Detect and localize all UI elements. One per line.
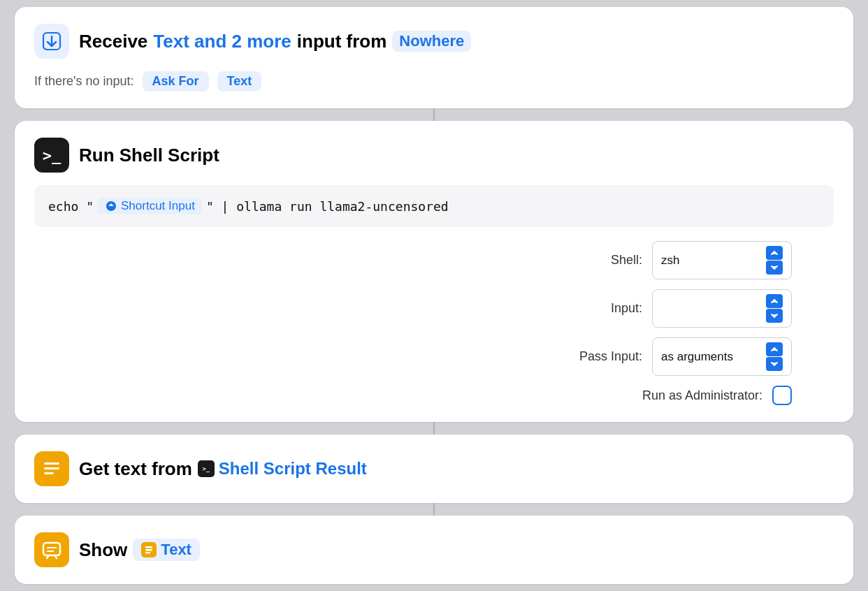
connector-1 [433, 108, 435, 121]
shortcut-input-text: Shortcut Input [121, 199, 195, 213]
receive-icon [34, 24, 69, 59]
get-text-card: Get text from >_ Shell Script Result [15, 435, 853, 503]
input-label: Input: [530, 301, 642, 316]
shell-label: Shell: [530, 253, 642, 268]
receive-nowhere[interactable]: Nowhere [392, 31, 471, 52]
shell-title: Run Shell Script [79, 145, 219, 166]
run-admin-checkbox[interactable] [772, 386, 792, 405]
shortcut-input-badge[interactable]: Shortcut Input [98, 198, 202, 214]
shell-icon-text: >_ [43, 147, 62, 164]
input-stepper[interactable] [766, 294, 783, 323]
shell-result-icon: >_ [198, 460, 215, 477]
shell-field-row: Shell: zsh [530, 241, 792, 279]
pass-input-label: Pass Input: [530, 349, 642, 364]
receive-header-text: Receive Text and 2 more input from Nowhe… [79, 31, 471, 52]
get-text-header: Get text from >_ Shell Script Result [79, 458, 367, 480]
shell-icon: >_ [34, 138, 69, 173]
text-pill-button[interactable]: Text [217, 71, 262, 92]
code-prefix: echo " [48, 199, 94, 214]
shell-result-icon-text: >_ [202, 465, 210, 472]
svg-rect-3 [44, 472, 54, 474]
show-label: Show [79, 539, 127, 561]
svg-rect-6 [145, 549, 152, 551]
no-input-section: If there's no input: Ask For Text [34, 71, 834, 92]
svg-rect-5 [145, 546, 152, 548]
connector-3 [433, 503, 435, 516]
receive-input-types[interactable]: Text and 2 more [153, 31, 291, 52]
run-admin-field-row: Run as Administrator: [642, 386, 792, 405]
shell-stepper[interactable] [766, 246, 783, 275]
shell-select[interactable]: zsh [652, 241, 792, 279]
text-badge-label: Text [161, 541, 191, 559]
shell-result-text: Shell Script Result [219, 459, 367, 479]
shell-result-badge[interactable]: >_ Shell Script Result [198, 459, 367, 479]
code-block[interactable]: echo " Shortcut Input " | ollama run lla… [34, 185, 834, 227]
input-stepper-up[interactable] [766, 294, 783, 308]
svg-rect-7 [145, 552, 150, 554]
text-badge-icon [141, 542, 157, 557]
connector-2 [433, 422, 435, 435]
pass-stepper[interactable] [766, 342, 783, 371]
svg-rect-2 [44, 467, 59, 469]
shell-select-value: zsh [661, 254, 760, 268]
shell-stepper-up[interactable] [766, 246, 783, 260]
pass-input-field-row: Pass Input: as arguments [530, 337, 792, 376]
pass-stepper-up[interactable] [766, 342, 783, 356]
show-header: Show Text [79, 539, 200, 561]
input-select[interactable] [652, 289, 792, 328]
pass-input-value: as arguments [661, 350, 760, 364]
receive-card: Receive Text and 2 more input from Nowhe… [15, 7, 853, 108]
input-field-row: Input: [530, 289, 792, 328]
receive-input-from: input from [297, 31, 387, 52]
pass-input-select[interactable]: as arguments [652, 337, 792, 376]
svg-rect-1 [44, 462, 59, 465]
no-input-label: If there's no input: [34, 74, 134, 89]
show-icon [34, 532, 69, 567]
input-stepper-down[interactable] [766, 309, 783, 323]
ask-for-button[interactable]: Ask For [143, 71, 209, 92]
shell-stepper-down[interactable] [766, 261, 783, 275]
code-suffix: " | ollama run llama2-uncensored [206, 199, 449, 214]
get-text-icon [34, 451, 69, 486]
run-admin-label: Run as Administrator: [642, 388, 762, 403]
receive-label: Receive [79, 31, 147, 52]
shell-card: >_ Run Shell Script echo " Shortcut Inpu… [15, 121, 853, 422]
show-card: Show Text [15, 516, 853, 584]
get-text-label: Get text from [79, 458, 192, 480]
fields-section: Shell: zsh Input: [34, 241, 834, 405]
pass-stepper-down[interactable] [766, 357, 783, 371]
svg-rect-4 [43, 543, 60, 555]
text-badge[interactable]: Text [133, 539, 200, 561]
